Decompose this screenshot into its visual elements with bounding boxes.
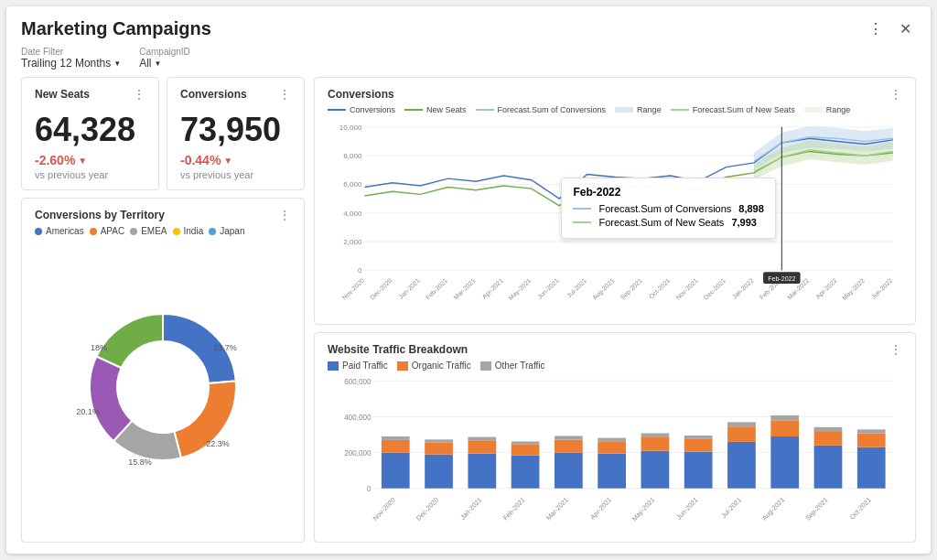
svg-text:May-2021: May-2021 xyxy=(507,277,533,302)
svg-rect-68 xyxy=(598,454,626,489)
svg-rect-70 xyxy=(598,438,626,442)
svg-text:Nov-2021: Nov-2021 xyxy=(674,277,699,301)
svg-text:Oct-2021: Oct-2021 xyxy=(848,496,873,522)
date-filter-dropdown[interactable]: Trailing 12 Months xyxy=(21,57,121,70)
territory-legend-item: India xyxy=(173,226,204,236)
metrics-row: New Seats ⋮ 64,328 -2.60% ▼ vs previous … xyxy=(21,77,305,190)
main-content: New Seats ⋮ 64,328 -2.60% ▼ vs previous … xyxy=(21,77,916,543)
new-seats-menu[interactable]: ⋮ xyxy=(133,87,145,102)
svg-text:Jan-2022: Jan-2022 xyxy=(731,277,755,300)
svg-text:8,000: 8,000 xyxy=(343,152,362,160)
svg-text:May-2022: May-2022 xyxy=(841,277,867,302)
svg-rect-74 xyxy=(641,434,670,437)
svg-text:Jan-2021: Jan-2021 xyxy=(458,496,483,522)
line-chart-svg: 02,0004,0006,0008,00010,000Nov-2020Dec-2… xyxy=(328,118,902,315)
svg-text:Feb-2022: Feb-2022 xyxy=(768,275,795,282)
traffic-chart-title: Website Traffic Breakdown xyxy=(328,343,468,356)
conversions-vs: vs previous year xyxy=(180,169,291,180)
svg-rect-49 xyxy=(382,440,410,453)
territory-header: Conversions by Territory ⋮ xyxy=(35,208,291,222)
conversions-chart-card: Conversions ⋮ ConversionsNew SeatsForeca… xyxy=(314,77,916,325)
svg-text:Aug-2021: Aug-2021 xyxy=(760,496,786,522)
svg-rect-78 xyxy=(684,436,713,439)
line-legend: ConversionsNew SeatsForecast.Sum of Conv… xyxy=(328,105,902,114)
line-legend-item: Range xyxy=(804,105,851,114)
svg-rect-85 xyxy=(770,421,799,437)
conversions-metric-change: -0.44% ▼ xyxy=(180,153,291,167)
new-seats-card: New Seats ⋮ 64,328 -2.60% ▼ vs previous … xyxy=(21,77,159,190)
svg-text:Sep-2021: Sep-2021 xyxy=(803,496,829,522)
new-seats-title: New Seats xyxy=(35,88,90,101)
header: Marketing Campaigns ⋮ ✕ xyxy=(21,17,916,39)
svg-rect-48 xyxy=(382,453,410,489)
campaign-filter-label: CampaignID xyxy=(139,47,190,57)
conversions-chart-title: Conversions xyxy=(328,88,394,101)
territory-menu[interactable]: ⋮ xyxy=(278,208,291,222)
svg-text:Apr-2022: Apr-2022 xyxy=(814,277,838,301)
svg-text:Apr-2021: Apr-2021 xyxy=(481,277,505,301)
line-legend-item: Range xyxy=(615,105,662,114)
svg-text:23.7%: 23.7% xyxy=(213,343,237,352)
svg-rect-54 xyxy=(425,440,453,444)
traffic-chart-menu[interactable]: ⋮ xyxy=(889,342,902,357)
more-options-icon[interactable]: ⋮ xyxy=(865,17,887,39)
conversions-chart-header: Conversions ⋮ xyxy=(328,87,902,102)
donut-chart: 23.7%22.3%15.8%20.1%18% xyxy=(71,296,254,479)
svg-rect-73 xyxy=(641,437,670,451)
svg-rect-52 xyxy=(425,455,453,489)
svg-text:0: 0 xyxy=(367,484,372,493)
svg-text:2,000: 2,000 xyxy=(343,238,362,246)
svg-text:200,000: 200,000 xyxy=(344,448,372,458)
campaign-filter-dropdown[interactable]: All xyxy=(139,57,190,70)
campaign-filter-group: CampaignID All xyxy=(139,47,190,70)
svg-text:Dec-2020: Dec-2020 xyxy=(369,277,393,301)
svg-text:Oct-2021: Oct-2021 xyxy=(648,277,672,300)
dashboard: Marketing Campaigns ⋮ ✕ Date Filter Trai… xyxy=(6,6,931,554)
close-icon[interactable]: ✕ xyxy=(894,17,916,39)
svg-rect-92 xyxy=(857,447,886,489)
svg-rect-64 xyxy=(555,453,583,489)
line-legend-item: Forecast.Sum of New Seats xyxy=(671,105,795,114)
svg-text:Sep-2021: Sep-2021 xyxy=(619,277,644,302)
svg-rect-94 xyxy=(857,430,886,434)
territory-legend-item: EMEA xyxy=(130,226,167,236)
svg-text:10,000: 10,000 xyxy=(339,124,362,132)
line-legend-item: Conversions xyxy=(328,105,395,114)
svg-text:Apr-2021: Apr-2021 xyxy=(588,496,613,522)
bar-chart-area: 0200,000400,000600,000Nov-2020Dec-2020Ja… xyxy=(328,376,902,533)
date-filter-group: Date Filter Trailing 12 Months xyxy=(21,47,121,70)
page-title: Marketing Campaigns xyxy=(21,18,211,39)
svg-text:20.1%: 20.1% xyxy=(76,407,100,416)
conversions-metric-menu[interactable]: ⋮ xyxy=(278,87,291,102)
new-seats-value: 64,328 xyxy=(35,111,145,149)
bar-legend-item: Other Traffic xyxy=(480,361,545,371)
conversions-metric-title: Conversions xyxy=(180,88,247,101)
conversions-chart-menu[interactable]: ⋮ xyxy=(889,87,902,102)
bar-chart-svg: 0200,000400,000600,000Nov-2020Dec-2020Ja… xyxy=(328,376,902,533)
svg-rect-90 xyxy=(814,427,843,431)
conversions-metric-card: Conversions ⋮ 73,950 -0.44% ▼ vs previou… xyxy=(167,77,305,190)
svg-text:22.3%: 22.3% xyxy=(206,439,230,448)
svg-rect-58 xyxy=(468,437,496,441)
svg-rect-89 xyxy=(814,431,843,446)
svg-text:Mar-2021: Mar-2021 xyxy=(544,496,570,522)
svg-rect-50 xyxy=(382,436,410,440)
svg-rect-82 xyxy=(727,423,756,427)
territory-legend: AmericasAPACEMEAIndiaJapan xyxy=(35,226,291,236)
bar-legend-item: Organic Traffic xyxy=(397,361,471,371)
svg-text:Jun-2021: Jun-2021 xyxy=(674,496,699,522)
svg-text:Jul-2021: Jul-2021 xyxy=(565,277,587,299)
line-legend-item: New Seats xyxy=(404,105,467,114)
territory-title: Conversions by Territory xyxy=(35,209,165,221)
new-seats-change: -2.60% ▼ xyxy=(35,153,145,167)
filters-row: Date Filter Trailing 12 Months CampaignI… xyxy=(21,47,916,70)
svg-text:Dec-2021: Dec-2021 xyxy=(702,277,727,301)
svg-rect-80 xyxy=(727,442,756,489)
traffic-chart-card: Website Traffic Breakdown ⋮ Paid Traffic… xyxy=(314,332,916,543)
donut-wrapper: 23.7%22.3%15.8%20.1%18% xyxy=(35,242,291,533)
left-column: New Seats ⋮ 64,328 -2.60% ▼ vs previous … xyxy=(21,77,305,543)
territory-legend-item: APAC xyxy=(90,226,125,236)
svg-rect-56 xyxy=(468,454,496,489)
svg-rect-65 xyxy=(555,440,583,453)
territory-card: Conversions by Territory ⋮ AmericasAPACE… xyxy=(21,198,305,543)
